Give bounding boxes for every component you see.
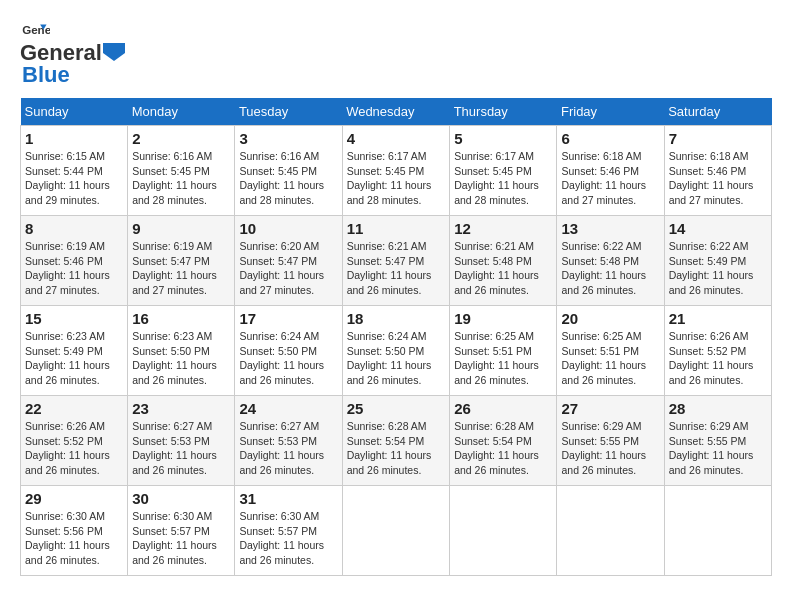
logo: General General Blue [20,20,125,88]
day-info: Sunrise: 6:16 AMSunset: 5:45 PMDaylight:… [239,149,337,208]
calendar-cell: 5Sunrise: 6:17 AMSunset: 5:45 PMDaylight… [450,126,557,216]
day-number: 24 [239,400,337,417]
day-number: 12 [454,220,552,237]
calendar-cell: 1Sunrise: 6:15 AMSunset: 5:44 PMDaylight… [21,126,128,216]
day-info: Sunrise: 6:25 AMSunset: 5:51 PMDaylight:… [561,329,659,388]
calendar-cell: 18Sunrise: 6:24 AMSunset: 5:50 PMDayligh… [342,306,450,396]
day-number: 5 [454,130,552,147]
day-number: 9 [132,220,230,237]
calendar-cell: 31Sunrise: 6:30 AMSunset: 5:57 PMDayligh… [235,486,342,576]
day-info: Sunrise: 6:30 AMSunset: 5:57 PMDaylight:… [239,509,337,568]
day-info: Sunrise: 6:28 AMSunset: 5:54 PMDaylight:… [454,419,552,478]
day-number: 11 [347,220,446,237]
day-info: Sunrise: 6:30 AMSunset: 5:57 PMDaylight:… [132,509,230,568]
day-info: Sunrise: 6:24 AMSunset: 5:50 PMDaylight:… [239,329,337,388]
calendar-table: SundayMondayTuesdayWednesdayThursdayFrid… [20,98,772,576]
day-info: Sunrise: 6:21 AMSunset: 5:48 PMDaylight:… [454,239,552,298]
calendar-cell [342,486,450,576]
day-info: Sunrise: 6:29 AMSunset: 5:55 PMDaylight:… [561,419,659,478]
calendar-week-row: 29Sunrise: 6:30 AMSunset: 5:56 PMDayligh… [21,486,772,576]
day-info: Sunrise: 6:20 AMSunset: 5:47 PMDaylight:… [239,239,337,298]
svg-marker-2 [103,43,125,61]
day-info: Sunrise: 6:15 AMSunset: 5:44 PMDaylight:… [25,149,123,208]
column-header-wednesday: Wednesday [342,98,450,126]
day-info: Sunrise: 6:19 AMSunset: 5:47 PMDaylight:… [132,239,230,298]
day-number: 23 [132,400,230,417]
day-number: 16 [132,310,230,327]
general-blue-logo-icon: General [20,22,50,40]
day-info: Sunrise: 6:23 AMSunset: 5:50 PMDaylight:… [132,329,230,388]
day-number: 26 [454,400,552,417]
calendar-cell: 25Sunrise: 6:28 AMSunset: 5:54 PMDayligh… [342,396,450,486]
calendar-week-row: 8Sunrise: 6:19 AMSunset: 5:46 PMDaylight… [21,216,772,306]
day-info: Sunrise: 6:25 AMSunset: 5:51 PMDaylight:… [454,329,552,388]
day-number: 14 [669,220,767,237]
column-header-friday: Friday [557,98,664,126]
calendar-cell: 28Sunrise: 6:29 AMSunset: 5:55 PMDayligh… [664,396,771,486]
logo-arrow-icon [103,43,125,61]
calendar-cell [664,486,771,576]
column-header-saturday: Saturday [664,98,771,126]
day-number: 27 [561,400,659,417]
day-info: Sunrise: 6:27 AMSunset: 5:53 PMDaylight:… [239,419,337,478]
calendar-cell: 2Sunrise: 6:16 AMSunset: 5:45 PMDaylight… [128,126,235,216]
day-info: Sunrise: 6:30 AMSunset: 5:56 PMDaylight:… [25,509,123,568]
day-info: Sunrise: 6:18 AMSunset: 5:46 PMDaylight:… [561,149,659,208]
calendar-week-row: 15Sunrise: 6:23 AMSunset: 5:49 PMDayligh… [21,306,772,396]
calendar-cell: 30Sunrise: 6:30 AMSunset: 5:57 PMDayligh… [128,486,235,576]
day-number: 21 [669,310,767,327]
calendar-cell: 26Sunrise: 6:28 AMSunset: 5:54 PMDayligh… [450,396,557,486]
calendar-cell: 17Sunrise: 6:24 AMSunset: 5:50 PMDayligh… [235,306,342,396]
day-number: 7 [669,130,767,147]
column-header-tuesday: Tuesday [235,98,342,126]
calendar-cell: 12Sunrise: 6:21 AMSunset: 5:48 PMDayligh… [450,216,557,306]
calendar-cell: 10Sunrise: 6:20 AMSunset: 5:47 PMDayligh… [235,216,342,306]
day-number: 6 [561,130,659,147]
day-number: 18 [347,310,446,327]
day-info: Sunrise: 6:29 AMSunset: 5:55 PMDaylight:… [669,419,767,478]
calendar-cell: 15Sunrise: 6:23 AMSunset: 5:49 PMDayligh… [21,306,128,396]
day-info: Sunrise: 6:27 AMSunset: 5:53 PMDaylight:… [132,419,230,478]
calendar-cell: 4Sunrise: 6:17 AMSunset: 5:45 PMDaylight… [342,126,450,216]
day-info: Sunrise: 6:26 AMSunset: 5:52 PMDaylight:… [25,419,123,478]
day-info: Sunrise: 6:23 AMSunset: 5:49 PMDaylight:… [25,329,123,388]
column-header-sunday: Sunday [21,98,128,126]
calendar-cell: 29Sunrise: 6:30 AMSunset: 5:56 PMDayligh… [21,486,128,576]
calendar-cell: 22Sunrise: 6:26 AMSunset: 5:52 PMDayligh… [21,396,128,486]
day-info: Sunrise: 6:18 AMSunset: 5:46 PMDaylight:… [669,149,767,208]
day-info: Sunrise: 6:19 AMSunset: 5:46 PMDaylight:… [25,239,123,298]
day-number: 22 [25,400,123,417]
calendar-cell: 14Sunrise: 6:22 AMSunset: 5:49 PMDayligh… [664,216,771,306]
day-number: 31 [239,490,337,507]
day-number: 25 [347,400,446,417]
calendar-cell: 24Sunrise: 6:27 AMSunset: 5:53 PMDayligh… [235,396,342,486]
page-header: General General Blue [20,20,772,88]
calendar-cell: 16Sunrise: 6:23 AMSunset: 5:50 PMDayligh… [128,306,235,396]
calendar-cell [557,486,664,576]
day-info: Sunrise: 6:17 AMSunset: 5:45 PMDaylight:… [454,149,552,208]
calendar-cell: 9Sunrise: 6:19 AMSunset: 5:47 PMDaylight… [128,216,235,306]
day-number: 17 [239,310,337,327]
calendar-week-row: 22Sunrise: 6:26 AMSunset: 5:52 PMDayligh… [21,396,772,486]
calendar-cell: 8Sunrise: 6:19 AMSunset: 5:46 PMDaylight… [21,216,128,306]
calendar-cell [450,486,557,576]
calendar-cell: 6Sunrise: 6:18 AMSunset: 5:46 PMDaylight… [557,126,664,216]
day-info: Sunrise: 6:28 AMSunset: 5:54 PMDaylight:… [347,419,446,478]
day-info: Sunrise: 6:22 AMSunset: 5:49 PMDaylight:… [669,239,767,298]
calendar-body: 1Sunrise: 6:15 AMSunset: 5:44 PMDaylight… [21,126,772,576]
calendar-cell: 3Sunrise: 6:16 AMSunset: 5:45 PMDaylight… [235,126,342,216]
day-info: Sunrise: 6:16 AMSunset: 5:45 PMDaylight:… [132,149,230,208]
day-number: 3 [239,130,337,147]
calendar-cell: 7Sunrise: 6:18 AMSunset: 5:46 PMDaylight… [664,126,771,216]
calendar-cell: 27Sunrise: 6:29 AMSunset: 5:55 PMDayligh… [557,396,664,486]
day-info: Sunrise: 6:22 AMSunset: 5:48 PMDaylight:… [561,239,659,298]
calendar-cell: 23Sunrise: 6:27 AMSunset: 5:53 PMDayligh… [128,396,235,486]
day-info: Sunrise: 6:26 AMSunset: 5:52 PMDaylight:… [669,329,767,388]
calendar-week-row: 1Sunrise: 6:15 AMSunset: 5:44 PMDaylight… [21,126,772,216]
day-number: 13 [561,220,659,237]
day-number: 4 [347,130,446,147]
calendar-header-row: SundayMondayTuesdayWednesdayThursdayFrid… [21,98,772,126]
column-header-monday: Monday [128,98,235,126]
day-number: 30 [132,490,230,507]
day-number: 10 [239,220,337,237]
